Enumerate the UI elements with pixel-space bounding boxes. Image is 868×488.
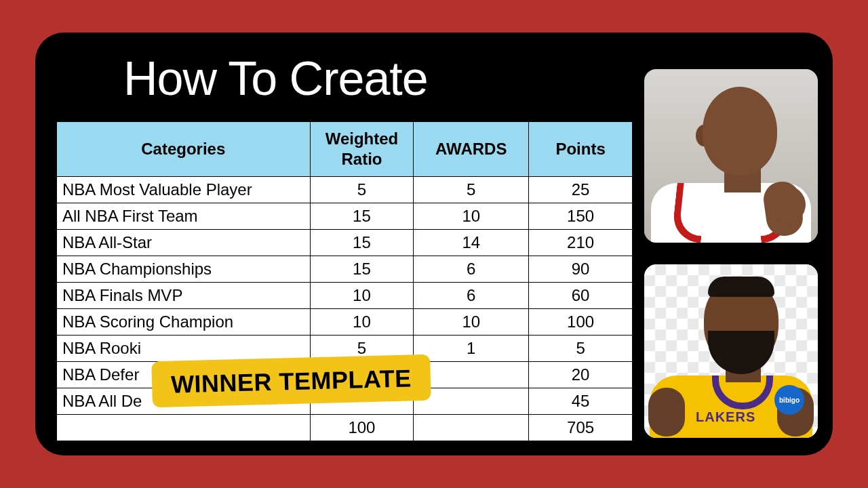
cell-awards: 10	[414, 309, 529, 336]
cell-ratio: 100	[310, 415, 414, 441]
cell-ratio: 15	[310, 256, 414, 283]
cell-awards: 10	[414, 203, 529, 230]
cell-points: 210	[529, 230, 633, 256]
cell-points: 5	[529, 336, 633, 362]
cell-points: 25	[529, 177, 633, 203]
cell-points: 90	[529, 256, 633, 283]
header-categories: Categories	[57, 122, 311, 177]
cell-category: NBA Championships	[57, 256, 311, 283]
thumbnail-card: How To Create Categories Weighted Ratio …	[35, 33, 833, 455]
cell-awards: 1	[414, 336, 529, 362]
cell-awards: 5	[414, 177, 529, 203]
header-awards: AWARDS	[414, 122, 529, 177]
cell-ratio: 10	[310, 283, 414, 309]
cell-awards	[414, 362, 529, 388]
table-row: NBA Finals MVP10660	[57, 283, 633, 309]
cell-awards	[414, 415, 529, 441]
cell-points: 45	[529, 388, 633, 415]
cell-ratio: 5	[310, 177, 414, 203]
table-row: NBA Scoring Champion1010100	[57, 309, 633, 336]
table-row: NBA Most Valuable Player5525	[57, 177, 633, 203]
cell-category: NBA Finals MVP	[57, 283, 311, 309]
player-photo-top	[644, 69, 818, 243]
cell-category	[57, 415, 311, 441]
table-row: All NBA First Team1510150	[57, 203, 633, 230]
cell-points: 20	[529, 362, 633, 388]
cell-points: 150	[529, 203, 633, 230]
table-header-row: Categories Weighted Ratio AWARDS Points	[57, 122, 633, 177]
cell-points: 60	[529, 283, 633, 309]
cell-awards: 6	[414, 283, 529, 309]
cell-awards: 14	[414, 230, 529, 256]
table-total-row: 100705	[57, 415, 633, 441]
cell-category: NBA All-Star	[57, 230, 311, 256]
winner-template-badge: WINNER TEMPLATE	[151, 354, 431, 408]
table-row: NBA All-Star1514210	[57, 230, 633, 256]
header-weighted-ratio: Weighted Ratio	[310, 122, 414, 177]
cell-category: NBA Most Valuable Player	[57, 177, 311, 203]
cell-category: NBA Scoring Champion	[57, 309, 311, 336]
cell-category: NBA Rooki	[57, 336, 311, 362]
cell-ratio: 15	[310, 230, 414, 256]
header-points: Points	[529, 122, 633, 177]
cell-ratio: 10	[310, 309, 414, 336]
cell-awards: 6	[414, 256, 529, 283]
table-row: NBA Championships15690	[57, 256, 633, 283]
sponsor-patch: bibigo	[774, 385, 804, 415]
player-photo-bottom: LAKERS bibigo	[644, 264, 818, 438]
cell-points: 705	[529, 415, 633, 441]
cell-ratio: 15	[310, 203, 414, 230]
jersey-text: LAKERS	[696, 409, 755, 425]
cell-points: 100	[529, 309, 633, 336]
cell-category: All NBA First Team	[57, 203, 311, 230]
